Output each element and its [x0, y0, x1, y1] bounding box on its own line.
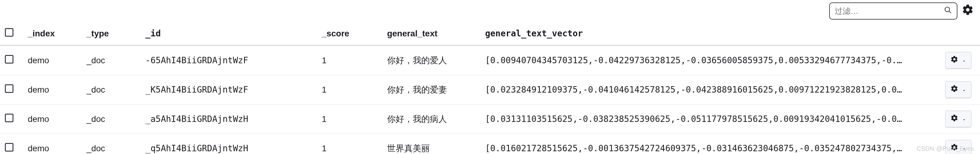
header-row: _index _type _id _score general_text gen…	[0, 22, 980, 45]
gear-icon	[950, 85, 958, 95]
row-checkbox[interactable]	[5, 114, 13, 122]
cell-index: demo	[23, 104, 82, 134]
search-input[interactable]	[835, 6, 944, 16]
col-header-id[interactable]: _id	[140, 22, 317, 45]
cell-text: 你好，我的爱人	[382, 45, 480, 75]
chevron-down-icon	[962, 56, 966, 66]
svg-point-0	[945, 7, 950, 11]
row-actions-button[interactable]	[945, 52, 972, 69]
settings-icon[interactable]	[962, 4, 974, 19]
results-table: _index _type _id _score general_text gen…	[0, 22, 980, 154]
cell-text: 你好，我的病人	[382, 104, 480, 134]
cell-index: demo	[23, 45, 82, 75]
cell-vector: [0.03131103515625,-0.038238525390625,-0.…	[480, 104, 937, 134]
svg-line-1	[949, 11, 951, 13]
cell-text: 你好，我的爱妻	[382, 75, 480, 104]
cell-vector: [0.016021728515625,-0.001363754272460937…	[480, 134, 937, 154]
table-row: demo _doc _q5AhI4BiiGRDAjntWzH 1 世界真美丽 […	[0, 134, 980, 154]
select-all-checkbox[interactable]	[5, 28, 13, 37]
cell-id: _K5AhI4BiiGRDAjntWzF	[140, 75, 317, 104]
cell-index: demo	[23, 134, 82, 154]
cell-score: 1	[317, 104, 382, 134]
cell-id: _a5AhI4BiiGRDAjntWzH	[140, 104, 317, 134]
cell-type: _doc	[81, 75, 140, 104]
cell-index: demo	[23, 75, 82, 104]
search-box[interactable]	[829, 2, 958, 19]
chevron-down-icon	[962, 114, 966, 124]
row-checkbox[interactable]	[5, 143, 13, 152]
row-checkbox[interactable]	[5, 55, 13, 64]
gear-icon	[950, 114, 958, 124]
row-actions-button[interactable]	[945, 81, 972, 98]
cell-score: 1	[317, 75, 382, 104]
cell-vector: [0.00940704345703125,-0.04229736328125,-…	[480, 45, 937, 75]
col-header-vector[interactable]: general_text_vector	[480, 22, 937, 45]
gear-icon	[950, 55, 958, 66]
cell-type: _doc	[81, 134, 140, 154]
cell-type: _doc	[81, 45, 140, 75]
col-header-index[interactable]: _index	[23, 22, 82, 45]
cell-type: _doc	[81, 104, 140, 134]
cell-vector: [0.023284912109375,-0.041046142578125,-0…	[480, 75, 937, 104]
row-checkbox[interactable]	[5, 84, 13, 93]
table-row: demo _doc -65AhI4BiiGRDAjntWzF 1 你好，我的爱人…	[0, 45, 980, 75]
table-row: demo _doc _a5AhI4BiiGRDAjntWzH 1 你好，我的病人…	[0, 104, 980, 134]
cell-score: 1	[317, 45, 382, 75]
col-header-type[interactable]: _type	[81, 22, 140, 45]
search-icon	[944, 6, 952, 16]
table-row: demo _doc _K5AhI4BiiGRDAjntWzF 1 你好，我的爱妻…	[0, 75, 980, 104]
cell-text: 世界真美丽	[382, 134, 480, 154]
col-header-score[interactable]: _score	[317, 22, 382, 45]
watermark: CSDN @Pure_Eyes	[916, 145, 974, 152]
chevron-down-icon	[962, 85, 966, 95]
cell-score: 1	[317, 134, 382, 154]
col-header-text[interactable]: general_text	[382, 22, 480, 45]
cell-id: -65AhI4BiiGRDAjntWzF	[140, 45, 317, 75]
row-actions-button[interactable]	[945, 111, 972, 127]
cell-id: _q5AhI4BiiGRDAjntWzH	[140, 134, 317, 154]
